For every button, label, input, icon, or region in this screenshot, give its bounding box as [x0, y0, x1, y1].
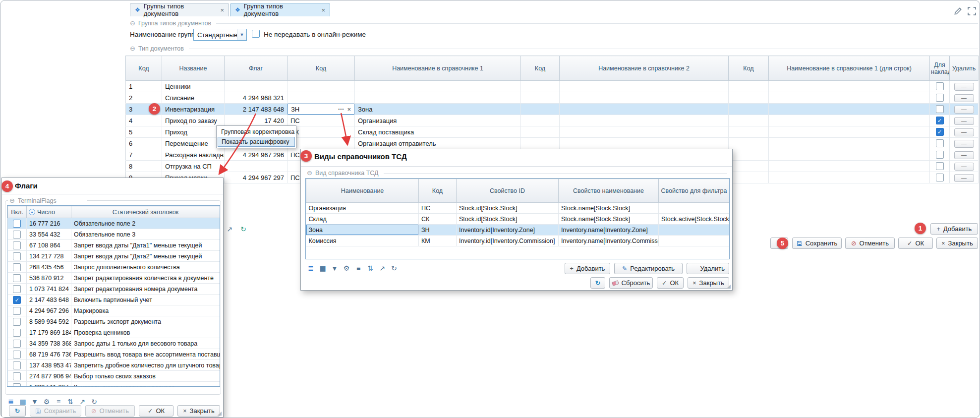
grid-view-icon[interactable]: ▦	[318, 263, 328, 273]
table-row[interactable]: 67 108 864Запрет ввода даты "Дата1" мень…	[8, 240, 220, 251]
add-button[interactable]: +Добавить	[565, 263, 610, 274]
flag-checkbox[interactable]	[13, 307, 21, 315]
table-row[interactable]: ЗонаЗНInventory.id[Inventory.Zone]Invent…	[306, 225, 730, 236]
column-header[interactable]: Код	[126, 56, 162, 81]
list-icon[interactable]: ≡	[353, 263, 363, 273]
close-button[interactable]: ×Закрыть	[177, 405, 220, 417]
delete-row-button[interactable]: —	[954, 117, 974, 125]
flag-checkbox[interactable]: ✓	[13, 296, 21, 304]
table-row[interactable]: 268 435 456Запрос дополнительного количе…	[8, 262, 220, 273]
column-header[interactable]: Наименование в справочнике 1	[355, 56, 521, 81]
tab-doc-type-groups[interactable]: ❖ Группы типов документов ×	[130, 3, 229, 16]
table-row[interactable]: 2Списание4 294 968 321—	[126, 92, 979, 104]
table-row[interactable]: 17 179 869 184Проверка ценников	[8, 327, 220, 338]
table-row[interactable]: 3Инвентаризация2 147 483 648ЗН⋯×Зона—	[126, 104, 979, 115]
table-row[interactable]: КомиссияКМInventory.id[Inventory.Commiss…	[306, 236, 730, 246]
delete-row-button[interactable]: —	[954, 94, 974, 102]
clear-button[interactable]: ×	[346, 106, 354, 113]
column-header[interactable]: Статический заголовок	[71, 206, 220, 218]
refresh-icon[interactable]: ↻	[389, 263, 399, 273]
code-editor[interactable]: ЗН⋯×	[288, 104, 354, 115]
for-invoice-checkbox[interactable]	[936, 162, 944, 170]
delete-row-button[interactable]: —	[954, 163, 974, 171]
table-row[interactable]: 4 294 967 296Маркировка	[8, 305, 220, 316]
delete-row-button[interactable]: —	[954, 140, 974, 148]
flag-checkbox[interactable]	[13, 340, 21, 348]
for-invoice-checkbox[interactable]	[936, 174, 944, 181]
table-row[interactable]: 536 870 912Запрет радактирования количес…	[8, 273, 220, 284]
table-row[interactable]: СкладСКStock.id[Stock.Stock]Stock.name[S…	[306, 214, 730, 225]
online-mode-checkbox[interactable]	[252, 30, 260, 38]
table-row[interactable]: 4Приход по заказу17 420ПСОрганизация✓—	[126, 115, 979, 126]
tab-doc-type-group[interactable]: ❖ Группа типов документов ×	[230, 3, 330, 16]
delete-row-button[interactable]: —	[954, 83, 974, 91]
column-header[interactable]: Наименование в справочнике 2	[560, 56, 729, 81]
column-header[interactable]: Код	[288, 56, 355, 81]
for-invoice-checkbox[interactable]	[936, 105, 944, 113]
delete-row-button[interactable]: —	[954, 174, 974, 182]
column-header[interactable]: Для накладных	[930, 56, 950, 81]
collapse-icon[interactable]: ⊖	[9, 197, 15, 204]
column-header[interactable]: ▲Число	[27, 206, 71, 218]
close-button[interactable]: ×Закрыть	[936, 238, 978, 249]
for-invoice-checkbox[interactable]: ✓	[936, 128, 944, 136]
list-view-icon[interactable]: ≣	[306, 263, 316, 273]
column-header[interactable]: Свойство наименование	[559, 179, 659, 203]
flag-checkbox[interactable]	[13, 329, 21, 337]
for-invoice-checkbox[interactable]	[936, 82, 944, 90]
chevron-down-icon[interactable]: ▼	[237, 29, 246, 40]
filter-icon[interactable]: ▼	[330, 263, 340, 273]
table-row[interactable]: 8 589 934 592Разрешить экспорт документа	[8, 316, 220, 327]
column-header[interactable]: Флаг	[225, 56, 288, 81]
collapse-icon[interactable]: ⊖	[130, 20, 135, 27]
resize-grip[interactable]: ◢	[218, 411, 222, 416]
edit-pencil-icon[interactable]	[952, 5, 963, 16]
export-icon[interactable]: ↗	[377, 263, 387, 273]
flag-checkbox[interactable]	[13, 252, 21, 260]
table-row[interactable]: 1 073 741 824Запрет редактирования номер…	[8, 284, 220, 295]
table-row[interactable]: 1Ценники—	[126, 81, 979, 92]
column-header[interactable]: Свойство для фильтра	[659, 179, 730, 203]
column-header[interactable]: Код	[419, 179, 457, 203]
table-row[interactable]: 1 099 511 627 776Контроль акциз-марок пр…	[8, 382, 220, 387]
for-invoice-checkbox[interactable]	[936, 139, 944, 147]
resize-grip[interactable]: ◢	[727, 284, 731, 289]
delete-row-button[interactable]: —	[954, 151, 974, 159]
flag-checkbox[interactable]	[13, 318, 21, 326]
edit-button[interactable]: ✎Редактировать	[614, 263, 683, 274]
flag-checkbox[interactable]	[13, 220, 21, 228]
ellipsis-button[interactable]: ⋯	[336, 106, 346, 113]
add-button[interactable]: +Добавить	[930, 223, 978, 235]
table-row[interactable]: 33 554 432Обязательное поле 3	[8, 229, 220, 240]
column-header[interactable]: Удалить	[950, 56, 979, 81]
ok-button[interactable]: ✓ОК	[139, 405, 173, 417]
flag-checkbox[interactable]	[13, 274, 21, 282]
menu-item-show-details[interactable]: Показать расшифровку	[218, 137, 295, 147]
column-header[interactable]: Наименование	[306, 179, 419, 203]
column-header[interactable]: Код	[729, 56, 769, 81]
tab-close-icon[interactable]: ×	[321, 6, 325, 14]
save-button[interactable]: Сохранить	[792, 238, 842, 249]
save-button[interactable]: Сохранить	[30, 405, 81, 417]
column-header[interactable]: Название	[162, 56, 225, 81]
delete-row-button[interactable]: —	[954, 106, 974, 114]
collapse-icon[interactable]: ⊖	[130, 45, 135, 52]
table-row[interactable]: 68 719 476 736Разрешить ввод товара вне …	[8, 349, 220, 360]
reset-button[interactable]: Сбросить	[609, 277, 653, 289]
column-header[interactable]: Свойство ID	[457, 179, 559, 203]
collapse-icon[interactable]: ⊖	[307, 170, 312, 177]
delete-row-button[interactable]: —	[954, 128, 974, 136]
column-header[interactable]: Вкл.	[8, 206, 27, 218]
table-row[interactable]: 34 359 738 368Запрос даты 1 только для в…	[8, 338, 220, 349]
flag-checkbox[interactable]	[13, 351, 21, 358]
refresh-icon[interactable]: ↻	[238, 224, 248, 234]
delete-button[interactable]: —Удалить	[687, 263, 729, 274]
table-row[interactable]: 16 777 216Обязательное поле 2	[8, 218, 220, 229]
export-icon[interactable]: ↗	[225, 224, 234, 234]
column-header[interactable]: Наименование в справочнике 1 (для строк)	[769, 56, 930, 81]
flag-checkbox[interactable]	[13, 231, 21, 239]
menu-item-group-correction[interactable]: Групповая корректировка	[218, 127, 295, 137]
fullscreen-expand-icon[interactable]	[966, 5, 977, 16]
ok-button[interactable]: ✓ОК	[898, 238, 933, 249]
for-invoice-checkbox[interactable]: ✓	[936, 117, 944, 124]
